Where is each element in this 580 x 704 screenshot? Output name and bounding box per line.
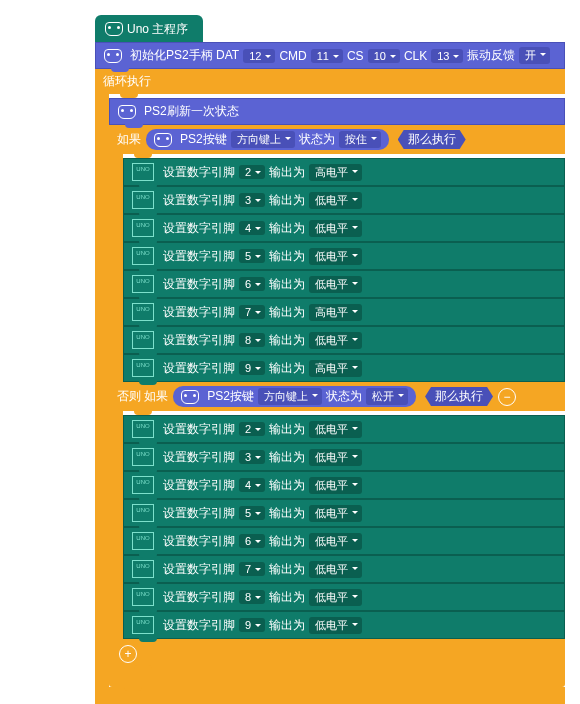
set-pin-block[interactable]: UNO设置数字引脚3输出为低电平 — [123, 443, 565, 471]
pin-dropdown[interactable]: 9 — [239, 361, 265, 375]
set-pin-block[interactable]: UNO设置数字引脚5输出为低电平 — [123, 242, 565, 270]
cs-dropdown[interactable]: 10 — [368, 49, 400, 63]
set-pin-block[interactable]: UNO设置数字引脚6输出为低电平 — [123, 527, 565, 555]
level-dropdown[interactable]: 高电平 — [309, 360, 362, 377]
dat-dropdown[interactable]: 12 — [243, 49, 275, 63]
set-pin-block[interactable]: UNO设置数字引脚5输出为低电平 — [123, 499, 565, 527]
remove-branch-button[interactable]: − — [498, 388, 516, 406]
uno-icon: UNO — [132, 532, 154, 550]
gamepad-icon — [104, 49, 122, 63]
pin-dropdown[interactable]: 6 — [239, 277, 265, 291]
level-dropdown[interactable]: 低电平 — [309, 220, 362, 237]
uno-icon: UNO — [132, 560, 154, 578]
then-label: 那么执行 — [398, 130, 466, 149]
vib-dropdown[interactable]: 开 — [519, 47, 550, 64]
set-pin-block[interactable]: UNO设置数字引脚3输出为低电平 — [123, 186, 565, 214]
level-dropdown[interactable]: 低电平 — [309, 248, 362, 265]
level-dropdown[interactable]: 高电平 — [309, 304, 362, 321]
pin-dropdown[interactable]: 5 — [239, 249, 265, 263]
forever-loop[interactable]: 循环执行 PS2刷新一次状态 如果 PS2按键方向键上状态为按住 那么执行 UN… — [95, 69, 565, 704]
pin-dropdown[interactable]: 9 — [239, 618, 265, 632]
pin-dropdown[interactable]: 2 — [239, 422, 265, 436]
uno-icon: UNO — [132, 448, 154, 466]
state-dropdown[interactable]: 松开 — [366, 388, 408, 405]
key-dropdown[interactable]: 方向键上 — [258, 388, 322, 405]
uno-icon: UNO — [132, 504, 154, 522]
pin-dropdown[interactable]: 8 — [239, 333, 265, 347]
pin-dropdown[interactable]: 8 — [239, 590, 265, 604]
ps2-refresh-block[interactable]: PS2刷新一次状态 — [109, 98, 565, 125]
main-program: Uno 主程序 初始化PS2手柄 DAT12 CMD11 CS10 CLK13 … — [95, 15, 565, 704]
uno-icon: UNO — [132, 616, 154, 634]
pin-dropdown[interactable]: 6 — [239, 534, 265, 548]
gamepad-icon — [154, 133, 172, 147]
uno-icon: UNO — [132, 191, 154, 209]
level-dropdown[interactable]: 低电平 — [309, 533, 362, 550]
hat-block[interactable]: Uno 主程序 — [95, 15, 203, 42]
pin-dropdown[interactable]: 4 — [239, 221, 265, 235]
pin-dropdown[interactable]: 3 — [239, 193, 265, 207]
set-pin-block[interactable]: UNO设置数字引脚4输出为低电平 — [123, 471, 565, 499]
key-dropdown[interactable]: 方向键上 — [231, 131, 295, 148]
pin-dropdown[interactable]: 4 — [239, 478, 265, 492]
state-dropdown[interactable]: 按住 — [339, 131, 381, 148]
uno-icon: UNO — [132, 420, 154, 438]
set-pin-block[interactable]: UNO设置数字引脚8输出为低电平 — [123, 326, 565, 354]
set-pin-block[interactable]: UNO设置数字引脚9输出为低电平 — [123, 611, 565, 639]
set-pin-block[interactable]: UNO设置数字引脚6输出为低电平 — [123, 270, 565, 298]
uno-icon: UNO — [132, 331, 154, 349]
init-ps2-block[interactable]: 初始化PS2手柄 DAT12 CMD11 CS10 CLK13 振动反馈开 — [95, 42, 565, 69]
level-dropdown[interactable]: 低电平 — [309, 617, 362, 634]
level-dropdown[interactable]: 低电平 — [309, 505, 362, 522]
level-dropdown[interactable]: 低电平 — [309, 449, 362, 466]
uno-icon: UNO — [132, 219, 154, 237]
level-dropdown[interactable]: 低电平 — [309, 477, 362, 494]
level-dropdown[interactable]: 低电平 — [309, 276, 362, 293]
pin-dropdown[interactable]: 7 — [239, 305, 265, 319]
set-pin-block[interactable]: UNO设置数字引脚8输出为低电平 — [123, 583, 565, 611]
uno-icon: UNO — [132, 476, 154, 494]
pin-dropdown[interactable]: 7 — [239, 562, 265, 576]
else-if-header: 否则 如果 PS2按键方向键上状态为松开 那么执行 − — [109, 382, 565, 411]
uno-icon: UNO — [132, 359, 154, 377]
uno-icon: UNO — [132, 247, 154, 265]
gamepad-icon — [181, 390, 199, 404]
ps2-button-reporter[interactable]: PS2按键方向键上状态为按住 — [146, 129, 389, 150]
ps2-button-reporter[interactable]: PS2按键方向键上状态为松开 — [173, 386, 416, 407]
cmd-dropdown[interactable]: 11 — [311, 49, 343, 63]
level-dropdown[interactable]: 低电平 — [309, 192, 362, 209]
clk-dropdown[interactable]: 13 — [431, 49, 463, 63]
level-dropdown[interactable]: 低电平 — [309, 332, 362, 349]
level-dropdown[interactable]: 低电平 — [309, 421, 362, 438]
pin-dropdown[interactable]: 3 — [239, 450, 265, 464]
loop-header: 循环执行 — [95, 69, 565, 94]
set-pin-block[interactable]: UNO设置数字引脚2输出为低电平 — [123, 415, 565, 443]
set-pin-block[interactable]: UNO设置数字引脚2输出为高电平 — [123, 158, 565, 186]
add-branch-button[interactable]: + — [119, 645, 137, 663]
uno-icon: UNO — [132, 588, 154, 606]
if-header: 如果 PS2按键方向键上状态为按住 那么执行 — [109, 125, 565, 154]
then-label: 那么执行 — [425, 387, 493, 406]
level-dropdown[interactable]: 低电平 — [309, 561, 362, 578]
if-block[interactable]: 如果 PS2按键方向键上状态为按住 那么执行 UNO设置数字引脚2输出为高电平U… — [109, 125, 565, 687]
set-pin-block[interactable]: UNO设置数字引脚4输出为低电平 — [123, 214, 565, 242]
level-dropdown[interactable]: 高电平 — [309, 164, 362, 181]
pin-dropdown[interactable]: 5 — [239, 506, 265, 520]
uno-icon: UNO — [132, 163, 154, 181]
gamepad-icon — [118, 105, 136, 119]
uno-icon: UNO — [132, 275, 154, 293]
level-dropdown[interactable]: 低电平 — [309, 589, 362, 606]
set-pin-block[interactable]: UNO设置数字引脚7输出为高电平 — [123, 298, 565, 326]
gamepad-icon — [105, 22, 123, 36]
set-pin-block[interactable]: UNO设置数字引脚7输出为低电平 — [123, 555, 565, 583]
set-pin-block[interactable]: UNO设置数字引脚9输出为高电平 — [123, 354, 565, 382]
pin-dropdown[interactable]: 2 — [239, 165, 265, 179]
uno-icon: UNO — [132, 303, 154, 321]
